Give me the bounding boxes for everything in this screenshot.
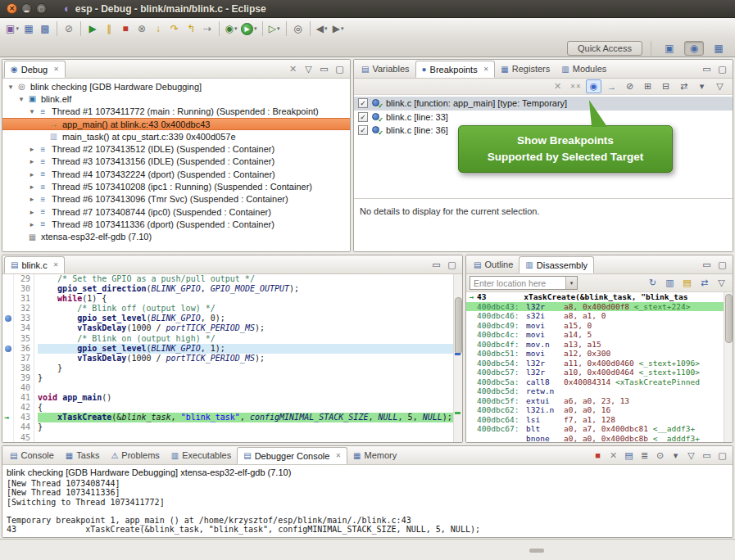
- debug-tree-row[interactable]: ▸≡Thread #4 1073432224 (dport) (Suspende…: [2, 168, 350, 180]
- tab-executables[interactable]: ▥Executables: [166, 446, 237, 464]
- breakpoint-annotation-mark[interactable]: [455, 353, 461, 355]
- remove-all-terminated-icon[interactable]: ✕: [286, 62, 300, 76]
- debug-tree-row[interactable]: ▥main_task() at cpu_start.c:339 0x400d05…: [2, 130, 350, 142]
- code-line[interactable]: }: [38, 422, 462, 432]
- code-line[interactable]: while(1) {: [38, 294, 462, 304]
- breakpoint-marker-icon[interactable]: [5, 315, 11, 322]
- display-selected-console-icon[interactable]: ▾: [669, 449, 683, 463]
- clear-console-icon[interactable]: ▤: [622, 449, 636, 463]
- disassembly-line[interactable]: 400dbc49:movia15, 0: [466, 321, 733, 331]
- terminate-icon[interactable]: ■: [591, 449, 605, 463]
- code-line[interactable]: gpio_set_level(BLINK_GPIO, 1);: [38, 344, 462, 354]
- tree-expand-icon[interactable]: ▸: [27, 208, 37, 216]
- breakpoint-row[interactable]: ✓✓blink.c [function: app_main] [type: Te…: [354, 97, 733, 111]
- minimize-icon[interactable]: ▭: [700, 258, 714, 272]
- window-maximize-button[interactable]: ▢: [36, 3, 47, 14]
- link-with-debug-view-icon[interactable]: ⇄: [676, 79, 692, 93]
- scrollbar-thumb[interactable]: [529, 549, 544, 553]
- disassembly-line[interactable]: 400dbc51:movia12, 0x300: [466, 349, 733, 359]
- minimize-icon[interactable]: ▭: [317, 62, 331, 76]
- disassembly-line[interactable]: 400dbc46:s32ia8, a1, 0: [466, 311, 733, 321]
- disassembly-line[interactable]: 400dbc5a:call80x40084314 <xTaskCreatePin…: [466, 377, 733, 387]
- disassembly-line[interactable]: 400dbc5f:extuia6, a0, 23, 13: [466, 396, 733, 406]
- tree-expand-icon[interactable]: ▸: [27, 157, 37, 165]
- view-menu-icon[interactable]: ▽: [684, 449, 698, 463]
- ruler-line[interactable]: [2, 314, 13, 323]
- refresh-icon[interactable]: ↻: [645, 276, 660, 290]
- debug-tree-row[interactable]: ▸≡Thread #8 1073411336 (dport) (Suspende…: [2, 218, 350, 230]
- code-line[interactable]: /* Set the GPIO as a push/pull output */: [38, 274, 462, 284]
- save-button[interactable]: ▦: [20, 20, 37, 37]
- step-return-button[interactable]: ↰: [183, 20, 199, 37]
- tab-breakpoints[interactable]: ●Breakpoints✕: [415, 61, 496, 78]
- ruler-line[interactable]: [2, 433, 13, 443]
- dropdown-arrow-icon[interactable]: ▾: [234, 25, 238, 32]
- window-close-button[interactable]: ✕: [7, 3, 17, 14]
- tab-tasks[interactable]: ▦Tasks: [60, 446, 106, 464]
- disassembly-line[interactable]: 400dbc5d:retw.n: [466, 386, 733, 396]
- tab-variables[interactable]: ▤Variables: [356, 60, 415, 78]
- expand-all-icon[interactable]: ⊞: [640, 79, 656, 93]
- save-all-button[interactable]: ▩: [37, 20, 53, 37]
- code-line[interactable]: /* Blink on (output high) */: [38, 334, 462, 344]
- ruler-line[interactable]: [2, 354, 13, 364]
- forward-button[interactable]: ▶▾: [330, 20, 347, 37]
- tab-debugger-console[interactable]: ▤Debugger Console✕: [237, 447, 347, 464]
- tree-expand-icon[interactable]: ▾: [6, 83, 16, 91]
- tree-expand-icon[interactable]: ▾: [27, 107, 37, 115]
- remove-all-breakpoints-icon[interactable]: ✕✕: [568, 79, 583, 93]
- editor-overview-ruler[interactable]: [453, 274, 462, 442]
- tab-problems[interactable]: ⚠Problems: [105, 446, 165, 464]
- minimize-icon[interactable]: ▭: [429, 258, 443, 272]
- ruler-line[interactable]: [2, 323, 13, 333]
- copy-icon[interactable]: ▥: [662, 276, 678, 290]
- disassembly-line[interactable]: 400dbc54:l32ra11, 0x400d0460 <_stext+109…: [466, 359, 733, 368]
- code-line[interactable]: gpio_set_level(BLINK_GPIO, 0);: [38, 314, 462, 323]
- disassembly-line[interactable]: 400dbc4f:mov.na13, a15: [466, 340, 733, 350]
- close-tab-icon[interactable]: ✕: [53, 65, 59, 73]
- tab-disassembly[interactable]: ▥Disassembly: [519, 256, 594, 273]
- window-minimize-button[interactable]: ▂: [21, 3, 32, 14]
- skip-all-breakpoints-icon[interactable]: ⊘: [622, 79, 637, 93]
- disconnect-button[interactable]: ⊗: [134, 20, 150, 37]
- breakpoint-checkbox[interactable]: ✓: [358, 125, 368, 135]
- code-line[interactable]: }: [38, 373, 462, 383]
- code-line[interactable]: vTaskDelay(1000 / portTICK_PERIOD_MS);: [38, 323, 462, 333]
- breakpoint-row[interactable]: ✓✓blink.c [line: 33]: [354, 111, 733, 124]
- disassembly-line[interactable]: 400dbc43:l32ra8, 0x400d00f8 <_stext+224>: [466, 302, 733, 312]
- editor-body[interactable]: → 2930313233343536373839404142434445 /* …: [2, 274, 462, 442]
- debug-tree-row[interactable]: ▸≡Thread #3 1073413156 (IDLE) (Suspended…: [2, 156, 350, 168]
- ruler-line[interactable]: [2, 284, 13, 294]
- disassembly-scrollbar-thumb[interactable]: [725, 294, 733, 343]
- combo-dropdown-icon[interactable]: ▾: [565, 277, 577, 289]
- disassembly-body[interactable]: →43 xTaskCreate(&blink_task, "blink_tas4…: [466, 292, 733, 442]
- breakpoint-checkbox[interactable]: ✓: [358, 98, 368, 108]
- breakpoint-checkbox[interactable]: ✓: [358, 112, 368, 122]
- code-line[interactable]: [38, 383, 462, 393]
- c-cpp-perspective-button[interactable]: ▦: [709, 41, 728, 56]
- tree-expand-icon[interactable]: ▸: [27, 220, 37, 228]
- step-over-button[interactable]: ↷: [166, 20, 183, 37]
- tree-expand-icon[interactable]: ▸: [27, 145, 37, 153]
- ruler-line[interactable]: [2, 334, 13, 344]
- code-line[interactable]: /* Blink off (output low) */: [38, 304, 462, 314]
- editor-annotation-ruler[interactable]: →: [2, 274, 14, 442]
- tab-console[interactable]: ▤Console: [4, 446, 60, 464]
- close-tab-icon[interactable]: ✕: [483, 65, 489, 73]
- code-line[interactable]: xTaskCreate(&blink_task, "blink_task", c…: [38, 413, 462, 422]
- tab-outline[interactable]: ▤Outline: [468, 255, 519, 273]
- skip-all-breakpoints-button[interactable]: ⊘: [61, 20, 77, 37]
- step-into-button[interactable]: ↓: [150, 20, 166, 37]
- dropdown-arrow-icon[interactable]: ▾: [277, 25, 280, 32]
- tab-registers[interactable]: ▦Registers: [495, 60, 556, 78]
- show-source-icon[interactable]: ▤: [679, 276, 695, 290]
- code-line[interactable]: }: [38, 364, 462, 373]
- disassembly-line[interactable]: 400dbc64:lsif7, a1, 128: [466, 415, 733, 425]
- disassembly-line[interactable]: 400dbc57:l32ra10, 0x400d0464 <_stext+110…: [466, 368, 733, 377]
- minimize-icon[interactable]: ▭: [700, 62, 714, 76]
- location-input[interactable]: Enter location here ▾: [470, 276, 578, 290]
- sync-with-active-frame-icon[interactable]: ⇄: [696, 276, 712, 290]
- close-tab-icon[interactable]: ✕: [53, 261, 59, 269]
- go-to-file-icon[interactable]: →: [604, 79, 619, 93]
- ruler-line[interactable]: [2, 294, 13, 304]
